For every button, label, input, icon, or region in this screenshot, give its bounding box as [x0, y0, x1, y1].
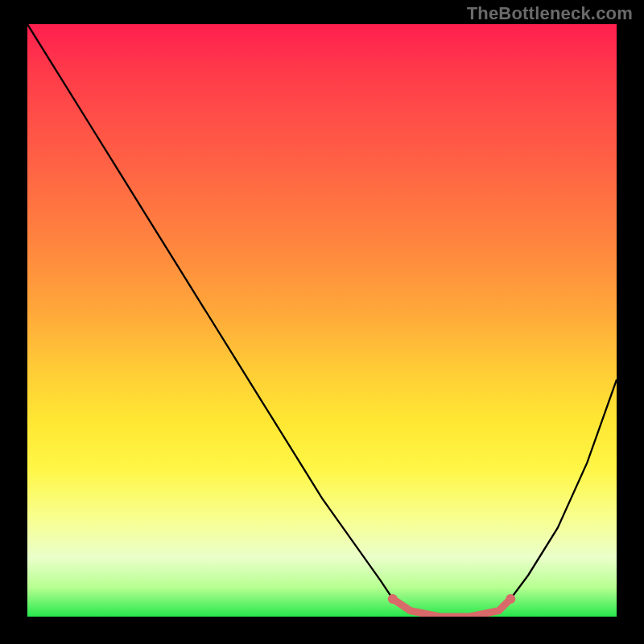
bottleneck-curve [27, 24, 617, 617]
watermark-text: TheBottleneck.com [467, 3, 633, 24]
marker-dot-left [388, 594, 398, 604]
plot-area [27, 24, 617, 617]
bottleneck-marker-segment [393, 599, 510, 617]
chart-frame: TheBottleneck.com [0, 0, 644, 644]
chart-svg [27, 24, 617, 617]
marker-dot-right [506, 594, 515, 604]
